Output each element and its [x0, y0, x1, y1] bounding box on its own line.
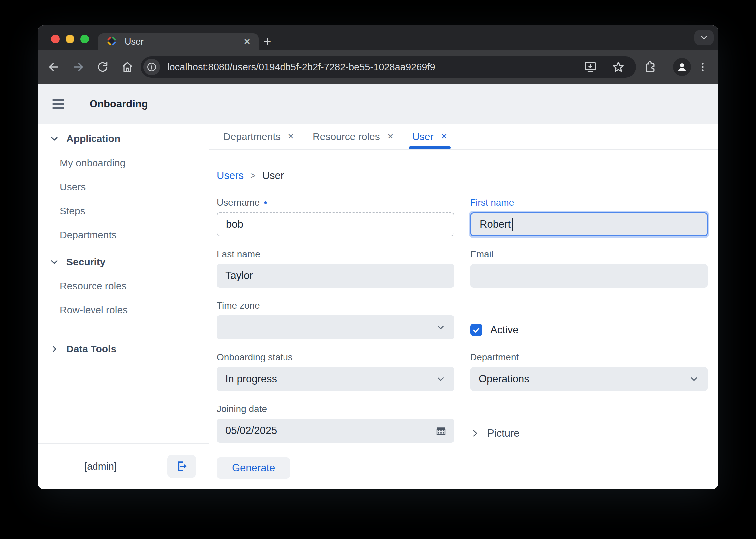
sidebar-item-row-level-roles[interactable]: Row-level roles — [60, 304, 209, 316]
hamburger-menu-icon[interactable] — [52, 99, 64, 109]
home-button[interactable] — [119, 58, 136, 76]
logged-in-user-label: [admin] — [84, 461, 117, 472]
minimize-window-button[interactable] — [66, 35, 74, 43]
close-tab-icon[interactable]: ✕ — [387, 132, 394, 141]
browser-window: User ✕ + localhost:8080/users/0194db5f-2… — [38, 25, 718, 489]
chevron-down-icon — [688, 373, 700, 385]
url-text[interactable]: localhost:8080/users/0194db5f-2b2f-7282-… — [167, 62, 582, 73]
install-app-button[interactable] — [582, 59, 599, 75]
onboarding-status-label: Onboarding status — [217, 352, 293, 363]
time-zone-select[interactable] — [217, 315, 454, 339]
zoom-window-button[interactable] — [80, 35, 89, 43]
user-avatar-icon — [675, 60, 689, 74]
tab-departments[interactable]: Departments ✕ — [223, 124, 294, 149]
email-label: Email — [470, 249, 493, 260]
main-area: Departments ✕ Resource roles ✕ User ✕ Us… — [209, 124, 718, 489]
sidebar-item-users[interactable]: Users — [60, 181, 209, 193]
profile-button[interactable] — [673, 58, 691, 76]
department-field-group: Department Operations — [470, 352, 708, 391]
tab-search-button[interactable] — [694, 30, 714, 45]
generate-button[interactable]: Generate — [217, 457, 290, 479]
first-name-field-group: First name Robert — [470, 197, 708, 236]
browser-tab-title: User — [125, 37, 144, 47]
browser-toolbar: localhost:8080/users/0194db5f-2b2f-7282-… — [38, 50, 718, 84]
sidebar-section-application[interactable]: Application — [49, 133, 209, 145]
document-tab-bar: Departments ✕ Resource roles ✕ User ✕ — [209, 124, 718, 150]
chevron-down-icon — [49, 133, 60, 144]
address-bar[interactable]: localhost:8080/users/0194db5f-2b2f-7282-… — [141, 56, 636, 78]
sidebar-section-data-tools[interactable]: Data Tools — [49, 343, 209, 355]
time-zone-label: Time zone — [217, 300, 260, 311]
active-checkbox-row: Active — [470, 320, 708, 339]
username-input[interactable]: bob — [217, 212, 454, 236]
reload-icon — [96, 61, 109, 73]
calendar-icon — [435, 425, 447, 437]
tab-user[interactable]: User ✕ — [412, 124, 447, 149]
username-label: Username — [217, 197, 260, 208]
close-tab-icon[interactable]: ✕ — [441, 132, 447, 141]
window-controls — [51, 35, 89, 43]
onboarding-status-select[interactable]: In progress — [217, 367, 454, 391]
last-name-input[interactable]: Taylor — [217, 264, 454, 288]
joining-date-field-group: Joining date 05/02/2025 — [217, 403, 454, 443]
browser-tab[interactable]: User ✕ — [98, 33, 259, 50]
username-field-group: Username • bob — [217, 197, 454, 236]
first-name-input[interactable]: Robert — [470, 212, 708, 236]
new-tab-button[interactable]: + — [260, 35, 275, 48]
forward-button[interactable] — [70, 58, 87, 76]
toolbar-divider — [664, 60, 664, 74]
chevron-down-icon — [435, 322, 446, 333]
checkmark-icon — [472, 326, 481, 334]
sidebar-item-resource-roles[interactable]: Resource roles — [60, 280, 209, 292]
picture-label: Picture — [487, 427, 519, 439]
chevron-down-icon — [699, 33, 709, 43]
email-field-group: Email — [470, 249, 708, 288]
close-tab-icon[interactable]: ✕ — [288, 132, 294, 141]
logout-button[interactable] — [167, 455, 196, 478]
chevron-right-icon — [470, 428, 480, 438]
last-name-field-group: Last name Taylor — [217, 249, 454, 288]
joining-date-input[interactable]: 05/02/2025 — [217, 419, 454, 443]
text-cursor — [512, 218, 513, 231]
first-name-label: First name — [470, 197, 514, 208]
monitor-download-icon — [584, 60, 597, 74]
close-window-button[interactable] — [51, 35, 60, 43]
sidebar-item-departments[interactable]: Departments — [60, 229, 209, 241]
active-label: Active — [490, 324, 518, 336]
sidebar-item-my-onboarding[interactable]: My onboarding — [60, 157, 209, 169]
app-header: Onboarding — [38, 84, 718, 124]
active-checkbox[interactable] — [470, 324, 482, 336]
info-icon — [147, 62, 157, 72]
page-viewport: Onboarding Application My onboarding Use… — [38, 84, 718, 489]
site-info-button[interactable] — [143, 59, 160, 75]
kebab-menu-icon — [697, 61, 708, 73]
department-select[interactable]: Operations — [470, 367, 708, 391]
sidebar-item-steps[interactable]: Steps — [60, 205, 209, 217]
browser-menu-button[interactable] — [694, 59, 711, 75]
department-label: Department — [470, 352, 519, 363]
extensions-button[interactable] — [642, 59, 659, 75]
back-arrow-icon — [47, 60, 60, 74]
favicon — [106, 35, 117, 48]
email-input[interactable] — [470, 264, 708, 288]
sidebar-footer: [admin] — [38, 443, 209, 489]
chevron-down-icon — [49, 257, 60, 267]
onboarding-status-field-group: Onboarding status In progress — [217, 352, 454, 391]
home-icon — [121, 60, 134, 74]
star-icon — [612, 60, 625, 74]
back-button[interactable] — [45, 58, 62, 76]
sidebar-section-security[interactable]: Security — [49, 256, 209, 268]
last-name-label: Last name — [217, 249, 260, 260]
browser-tab-close-icon[interactable]: ✕ — [243, 37, 251, 46]
required-marker: • — [264, 199, 267, 206]
form-content: Users > User Username • bob — [209, 150, 718, 479]
breadcrumb: Users > User — [217, 170, 708, 182]
puzzle-icon — [644, 60, 657, 74]
breadcrumb-users-link[interactable]: Users — [217, 170, 244, 182]
bookmark-star-button[interactable] — [610, 59, 627, 75]
tab-resource-roles[interactable]: Resource roles ✕ — [313, 124, 394, 149]
reload-button[interactable] — [94, 58, 111, 76]
picture-section-toggle[interactable]: Picture — [470, 424, 708, 443]
breadcrumb-separator: > — [250, 171, 256, 181]
browser-tab-strip: User ✕ + — [38, 25, 718, 50]
